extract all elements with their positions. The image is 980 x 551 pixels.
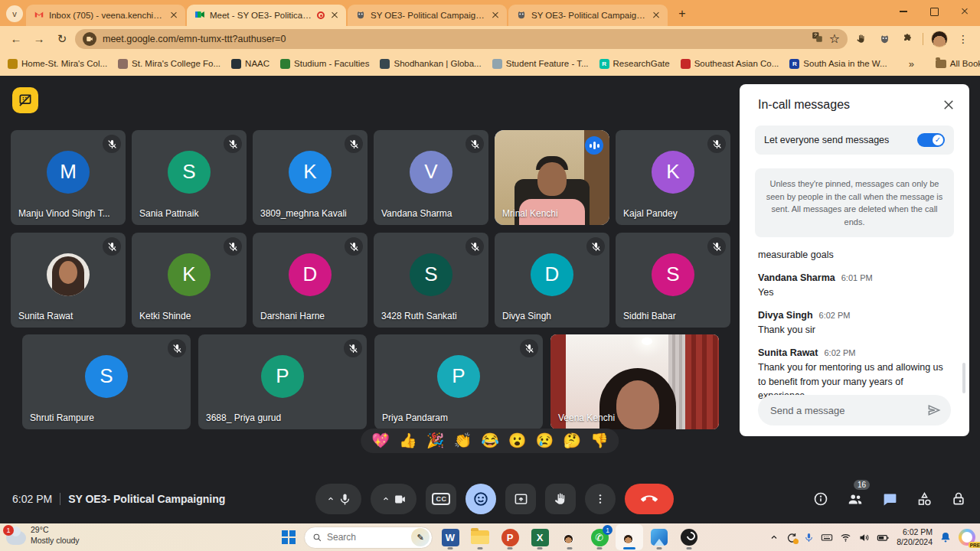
taskbar-app-chrome-profile-2[interactable] bbox=[616, 524, 643, 550]
party-popper-reaction[interactable]: 🎉 bbox=[426, 432, 445, 449]
bookmark-item-4[interactable]: Shodhankan | Globa... bbox=[380, 59, 481, 69]
participant-tile-14[interactable]: PPriya Pandaram bbox=[374, 334, 543, 429]
participant-tile-9[interactable]: S3428 Ruth Sankati bbox=[374, 233, 488, 328]
participant-tile-7[interactable]: KKetki Shinde bbox=[132, 233, 247, 328]
copilot-icon[interactable]: PRE bbox=[959, 529, 975, 546]
battery-icon[interactable] bbox=[877, 531, 890, 544]
end-call-button[interactable] bbox=[625, 484, 674, 514]
tray-microphone-icon[interactable] bbox=[804, 533, 814, 543]
reactions-button[interactable] bbox=[466, 484, 496, 514]
site-info-icon[interactable] bbox=[83, 32, 96, 46]
bookmark-item-3[interactable]: Studium - Faculties bbox=[280, 59, 369, 69]
bookmark-item-8[interactable]: RSouth Asia in the W... bbox=[789, 59, 887, 69]
window-close-button[interactable] bbox=[949, 0, 980, 23]
back-icon[interactable]: ← bbox=[6, 29, 26, 49]
astonished-face-reaction[interactable]: 😮 bbox=[508, 432, 527, 449]
extension-owl-icon[interactable] bbox=[877, 31, 892, 47]
host-controls-button[interactable] bbox=[951, 491, 966, 507]
tab-close-icon[interactable] bbox=[168, 10, 179, 21]
taskbar-app-photos[interactable] bbox=[645, 524, 673, 550]
present-button[interactable] bbox=[505, 484, 536, 514]
taskbar-app-word[interactable]: W bbox=[436, 524, 464, 550]
start-button[interactable] bbox=[277, 526, 300, 549]
window-maximize-button[interactable] bbox=[919, 0, 949, 23]
new-tab-button[interactable]: + bbox=[674, 5, 691, 22]
thinking-face-reaction[interactable]: 🤔 bbox=[563, 432, 581, 449]
participant-tile-3[interactable]: VVandana Sharma bbox=[374, 130, 488, 225]
tab-0[interactable]: Inbox (705) - veena.kenchi@str bbox=[26, 5, 185, 26]
people-button[interactable]: 16 bbox=[847, 491, 864, 507]
bookmark-item-1[interactable]: St. Mira's College Fo... bbox=[118, 59, 220, 69]
participant-tile-15[interactable]: Veena Kenchi bbox=[550, 334, 719, 429]
taskbar-app-obs[interactable] bbox=[675, 524, 703, 550]
chat-message-input[interactable] bbox=[770, 405, 926, 416]
reload-icon[interactable]: ↻ bbox=[52, 29, 72, 49]
taskbar-app-powerpoint[interactable]: P bbox=[496, 524, 524, 550]
bookmark-item-0[interactable]: Home-St. Mira's Col... bbox=[8, 59, 107, 69]
participant-tile-11[interactable]: SSiddhi Babar bbox=[616, 233, 730, 328]
camera-button[interactable] bbox=[371, 484, 416, 514]
tab-3[interactable]: SY OE3- Political Campaigning | bbox=[508, 5, 668, 26]
participant-tile-4[interactable]: Mrinal Kenchi bbox=[495, 130, 609, 225]
taskbar-app-excel[interactable]: X bbox=[526, 524, 554, 550]
bookmark-item-7[interactable]: Southeast Asian Co... bbox=[681, 59, 779, 69]
tab-search-icon[interactable]: v bbox=[6, 5, 23, 22]
notification-bell-icon[interactable] bbox=[939, 531, 952, 543]
bookmark-item-6[interactable]: RResearchGate bbox=[599, 59, 670, 69]
profile-avatar[interactable] bbox=[931, 31, 948, 47]
bookmark-item-2[interactable]: NAAC bbox=[231, 59, 270, 69]
address-bar[interactable]: meet.google.com/emn-tumx-ttt?authuser=0 … bbox=[75, 29, 848, 49]
taskbar-app-explorer[interactable] bbox=[466, 524, 494, 550]
taskbar-search[interactable]: ✎ bbox=[304, 527, 433, 549]
chat-close-icon[interactable] bbox=[942, 98, 956, 112]
participant-tile-0[interactable]: MManju Vinod Singh T... bbox=[11, 130, 126, 225]
captions-button[interactable]: CC bbox=[426, 484, 456, 514]
chat-scrollbar[interactable] bbox=[962, 363, 965, 393]
presentation-off-badge[interactable] bbox=[12, 87, 38, 113]
weather-widget[interactable]: 1 29°C Mostly cloudy bbox=[6, 525, 80, 546]
forward-icon[interactable]: → bbox=[29, 29, 49, 49]
send-messages-toggle[interactable]: ✓ bbox=[917, 133, 945, 147]
browser-menu-icon[interactable]: ⋮ bbox=[956, 31, 971, 47]
activities-button[interactable] bbox=[916, 491, 933, 507]
tab-2[interactable]: SY OE3- Political Campaigning | bbox=[348, 5, 507, 26]
face-with-tears-of-joy-reaction[interactable]: 😂 bbox=[481, 432, 499, 449]
tray-chevron-icon[interactable] bbox=[769, 533, 779, 542]
more-options-button[interactable] bbox=[585, 484, 616, 514]
wifi-icon[interactable] bbox=[840, 532, 851, 543]
tab-close-icon[interactable] bbox=[329, 10, 340, 21]
clock-widget[interactable]: 6:02 PM 8/20/2024 bbox=[897, 527, 933, 547]
sync-icon[interactable] bbox=[786, 532, 797, 543]
sparkling-heart-reaction[interactable]: 💖 bbox=[371, 432, 390, 449]
crying-face-reaction[interactable]: 😢 bbox=[536, 432, 554, 449]
taskbar-app-whatsapp[interactable]: ✆1 bbox=[586, 524, 613, 550]
clapping-hands-reaction[interactable]: 👏 bbox=[453, 432, 472, 449]
meeting-details-button[interactable] bbox=[813, 491, 828, 507]
participant-tile-6[interactable]: Sunita Rawat bbox=[11, 233, 126, 328]
extension-hand-icon[interactable] bbox=[854, 31, 869, 47]
participant-tile-12[interactable]: SShruti Rampure bbox=[22, 334, 191, 429]
touch-keyboard-icon[interactable] bbox=[821, 531, 833, 543]
tab-1[interactable]: Meet - SY OE3- Political Ca bbox=[187, 5, 346, 26]
send-message-icon[interactable] bbox=[926, 403, 942, 418]
participant-tile-10[interactable]: DDivya Singh bbox=[495, 233, 609, 328]
taskbar-search-input[interactable] bbox=[327, 532, 407, 543]
participant-tile-5[interactable]: KKajal Pandey bbox=[616, 130, 730, 225]
participant-tile-2[interactable]: K3809_meghna Kavali bbox=[253, 130, 368, 225]
thumbs-down-reaction[interactable]: 👎 bbox=[590, 432, 609, 449]
tab-close-icon[interactable] bbox=[490, 10, 501, 21]
extensions-puzzle-icon[interactable] bbox=[900, 31, 915, 47]
taskbar-app-chrome-profile-1[interactable] bbox=[556, 524, 583, 550]
participant-tile-8[interactable]: DDarshani Harne bbox=[253, 233, 368, 328]
translate-icon[interactable] bbox=[812, 31, 823, 46]
bookmark-item-5[interactable]: Student Feature - T... bbox=[492, 59, 589, 69]
thumbs-up-reaction[interactable]: 👍 bbox=[399, 432, 417, 449]
microphone-button[interactable] bbox=[315, 484, 361, 514]
raise-hand-button[interactable] bbox=[545, 484, 576, 514]
all-bookmarks-button[interactable]: All Bookmarks bbox=[936, 59, 980, 68]
bookmark-star-icon[interactable]: ☆ bbox=[829, 31, 840, 46]
participant-tile-13[interactable]: P3688_ Priya gurud bbox=[198, 334, 367, 429]
volume-icon[interactable] bbox=[858, 532, 870, 543]
window-minimize-button[interactable] bbox=[888, 0, 919, 23]
chat-button[interactable] bbox=[882, 491, 898, 507]
